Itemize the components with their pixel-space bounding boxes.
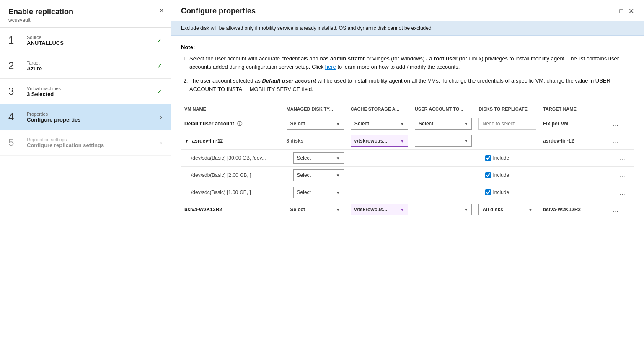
bsiva-user-account-cell[interactable]: ▼ bbox=[411, 201, 476, 218]
disk-sdb-managed-value: Select bbox=[297, 172, 311, 178]
bsiva-user-dropdown[interactable]: ▼ bbox=[415, 204, 472, 215]
disk-sdb-more-button[interactable]: … bbox=[618, 171, 627, 179]
step-1-value: ANUTALLUCS bbox=[27, 40, 157, 46]
bsiva-managed-dropdown[interactable]: Select ▼ bbox=[287, 204, 344, 215]
maximize-button[interactable]: □ bbox=[619, 7, 623, 15]
asrdev-cache-value: wtskrowcus... bbox=[354, 138, 388, 144]
default-disks-input[interactable] bbox=[478, 118, 536, 130]
note-1-text-after: to learn more on how to add / modify the… bbox=[336, 64, 460, 70]
asrdev-disks-replicate-cell bbox=[475, 132, 539, 150]
disk-sda-managed-cell[interactable]: Select ▼ bbox=[283, 150, 347, 167]
default-user-account-cell[interactable]: Select ▼ bbox=[411, 115, 476, 132]
disk-sda-more-button[interactable]: … bbox=[618, 154, 627, 162]
expand-icon: ▼ bbox=[184, 138, 189, 143]
default-user-account-value: Select bbox=[419, 121, 433, 127]
disk-sdc-managed-dropdown[interactable]: Select ▼ bbox=[293, 187, 344, 198]
disk-sdc-managed-value: Select bbox=[297, 189, 311, 195]
step-4-arrow-icon: › bbox=[160, 114, 162, 120]
disk-sda-managed-value: Select bbox=[297, 155, 311, 161]
bsiva-managed-value: Select bbox=[290, 207, 305, 213]
default-user-row: Default user account ⓘ Select ▼ Select ▼ bbox=[181, 115, 634, 132]
info-banner: Exclude disk will be allowed only if mob… bbox=[171, 21, 644, 36]
bsiva-managed-disk-cell[interactable]: Select ▼ bbox=[283, 201, 347, 218]
default-cache-storage-dropdown[interactable]: Select ▼ bbox=[351, 118, 408, 130]
default-more-button[interactable]: … bbox=[611, 119, 620, 128]
disk-sda-include-cell[interactable]: Include bbox=[475, 150, 539, 167]
asrdev-user-dropdown[interactable]: ▼ bbox=[415, 135, 472, 147]
bsiva-disks-dropdown[interactable]: All disks ▼ bbox=[478, 204, 536, 215]
disk-sdb-checkbox[interactable] bbox=[485, 172, 491, 178]
disk-sdb-managed-cell[interactable]: Select ▼ bbox=[283, 167, 347, 184]
step-2-info: Target Azure bbox=[27, 60, 157, 72]
bsiva-cache-storage-cell[interactable]: wtskrowcus... ▼ bbox=[347, 201, 411, 218]
default-managed-disk-cell[interactable]: Select ▼ bbox=[283, 115, 347, 132]
note-item-2: The user account selected as Default use… bbox=[189, 77, 634, 93]
disk-sda-more-cell[interactable]: … bbox=[608, 150, 634, 167]
default-managed-disk-value: Select bbox=[290, 121, 305, 127]
step-1[interactable]: 1 Source ANUTALLUCS ✓ bbox=[0, 28, 171, 53]
disk-sdc-checkbox[interactable] bbox=[485, 189, 491, 195]
disk-sdc-managed-cell[interactable]: Select ▼ bbox=[283, 184, 347, 201]
table-header-row: VM NAME MANAGED DISK TY... CACHE STORAGE… bbox=[181, 103, 634, 115]
note-section: Note: Select the user account with accur… bbox=[181, 44, 634, 93]
step-5-info: Replication settings Configure replicati… bbox=[27, 137, 157, 148]
info-banner-text: Exclude disk will be allowed only if mob… bbox=[181, 25, 432, 31]
asrdev-managed-disk-cell: 3 disks bbox=[283, 132, 347, 150]
disk-sdb-include-cell[interactable]: Include bbox=[475, 167, 539, 184]
step-4-label: Properties bbox=[27, 112, 157, 117]
default-cache-storage-value: Select bbox=[354, 121, 369, 127]
default-cache-storage-cell[interactable]: Select ▼ bbox=[347, 115, 411, 132]
disk-sda-target-cell bbox=[540, 150, 608, 167]
asrdev-user-account-cell[interactable]: ▼ bbox=[411, 132, 476, 150]
asrdev-disks-count: 3 disks bbox=[287, 138, 304, 144]
step-2[interactable]: 2 Target Azure ✓ bbox=[0, 53, 171, 79]
disk-sdc-include-cell[interactable]: Include bbox=[475, 184, 539, 201]
disk-sdb-include[interactable]: Include bbox=[485, 172, 536, 178]
disk-sdb-managed-dropdown[interactable]: Select ▼ bbox=[293, 169, 344, 181]
step-2-number: 2 bbox=[8, 60, 23, 72]
disk-sda-checkbox[interactable] bbox=[485, 155, 491, 161]
disk-sdc-more-cell[interactable]: … bbox=[608, 184, 634, 201]
disk-sda-managed-dropdown[interactable]: Select ▼ bbox=[293, 152, 344, 164]
asrdev-cache-dropdown[interactable]: wtskrowcus... ▼ bbox=[351, 135, 408, 147]
note-1-link[interactable]: here bbox=[325, 64, 336, 70]
disk-sdc-more-button[interactable]: … bbox=[618, 188, 627, 197]
bsiva-cache-dropdown[interactable]: wtskrowcus... ▼ bbox=[351, 204, 408, 215]
col-header-user-account: USER ACCOUNT TO... bbox=[411, 103, 476, 115]
default-user-arrow: ▼ bbox=[464, 122, 468, 126]
config-table: VM NAME MANAGED DISK TY... CACHE STORAGE… bbox=[181, 103, 634, 218]
right-close-button[interactable]: ✕ bbox=[628, 7, 634, 15]
disk-sdc-include[interactable]: Include bbox=[485, 189, 536, 195]
step-5-value: Configure replication settings bbox=[27, 142, 157, 148]
step-5-number: 5 bbox=[8, 137, 23, 148]
step-5: 5 Replication settings Configure replica… bbox=[0, 130, 171, 156]
disk-sda-user-cell bbox=[411, 150, 476, 167]
step-3[interactable]: 3 Virtual machines 3 Selected ✓ bbox=[0, 79, 171, 104]
asrdev-more-button[interactable]: … bbox=[611, 137, 620, 145]
bsiva-disks-replicate-cell[interactable]: All disks ▼ bbox=[475, 201, 539, 218]
asrdev-cache-arrow: ▼ bbox=[400, 139, 404, 143]
step-4[interactable]: 4 Properties Configure properties › bbox=[0, 104, 171, 130]
note-1-bold1: administrator bbox=[330, 55, 365, 62]
disk-sda-include[interactable]: Include bbox=[485, 155, 536, 161]
left-close-button[interactable]: × bbox=[159, 7, 164, 14]
disk-sdb-user-cell bbox=[411, 167, 476, 184]
default-managed-disk-dropdown[interactable]: Select ▼ bbox=[287, 118, 344, 130]
bsiva-more-button[interactable]: … bbox=[611, 205, 620, 214]
asrdev-more-cell[interactable]: … bbox=[608, 132, 634, 150]
step-5-arrow-icon: › bbox=[160, 139, 162, 146]
step-2-label: Target bbox=[27, 60, 157, 65]
asrdev-vm-name[interactable]: ▼ asrdev-lin-12 bbox=[181, 132, 283, 150]
bsiva-disks-arrow: ▼ bbox=[528, 208, 533, 212]
bsiva-disks-value: All disks bbox=[482, 207, 503, 213]
default-more-cell[interactable]: … bbox=[608, 115, 634, 132]
disk-sda-name: /dev/sda(Basic) [30.00 GB, /dev... bbox=[181, 150, 283, 167]
asrdev-cache-storage-cell[interactable]: wtskrowcus... ▼ bbox=[347, 132, 411, 150]
disk-sdb-more-cell[interactable]: … bbox=[608, 167, 634, 184]
asrdev-user-arrow: ▼ bbox=[464, 139, 468, 143]
bsiva-more-cell[interactable]: … bbox=[608, 201, 634, 218]
default-disks-cell[interactable] bbox=[475, 115, 539, 132]
default-user-account-dropdown[interactable]: Select ▼ bbox=[415, 118, 472, 130]
left-header: Enable replication wcusvault bbox=[0, 0, 171, 28]
disk-sdc-cache-cell bbox=[347, 184, 411, 201]
